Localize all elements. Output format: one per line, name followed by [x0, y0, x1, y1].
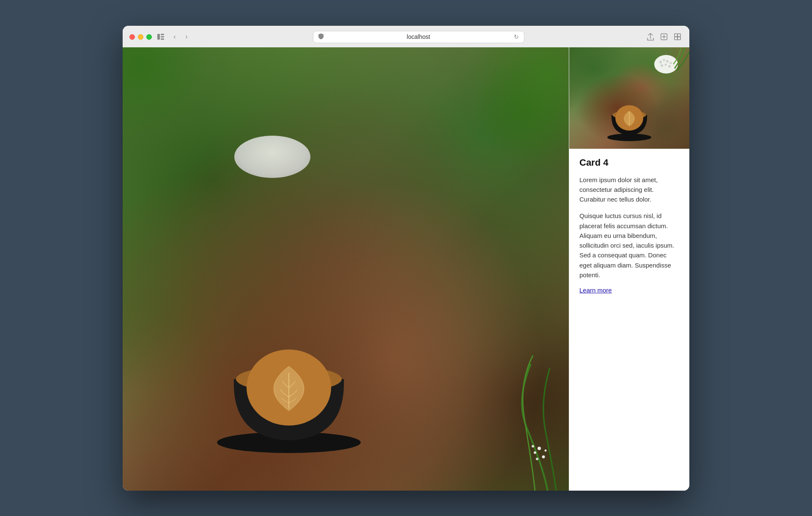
card-body: Card 4 Lorem ipsum dolor sit amet, conse…	[569, 149, 689, 305]
maximize-button[interactable]	[146, 34, 152, 40]
svg-rect-1	[161, 34, 164, 35]
address-bar-container: localhost ↻	[197, 31, 640, 43]
thumbnail-plant-svg	[656, 47, 689, 81]
svg-point-16	[534, 451, 536, 454]
card-paragraph-2: Quisque luctus cursus nisl, id placerat …	[579, 211, 679, 280]
main-image-area	[123, 47, 569, 491]
learn-more-link[interactable]: Learn more	[579, 287, 612, 294]
tab-overview-button[interactable]	[672, 32, 683, 42]
svg-rect-8	[678, 34, 680, 37]
thumbnail-cup-svg	[604, 92, 655, 142]
browser-actions	[645, 32, 683, 42]
svg-rect-10	[678, 37, 680, 40]
nav-buttons: ‹ ›	[170, 32, 192, 42]
svg-point-17	[542, 455, 545, 458]
browser-chrome: ‹ › localhost ↻	[123, 26, 689, 47]
security-icon	[318, 33, 324, 41]
browser-toolbar: ‹ › localhost ↻	[129, 31, 683, 47]
card-title: Card 4	[579, 157, 679, 168]
main-coffee-image	[123, 47, 569, 491]
card-sidebar: Card 4 Lorem ipsum dolor sit amet, conse…	[569, 47, 689, 491]
svg-point-18	[532, 445, 534, 448]
new-tab-button[interactable]	[659, 32, 669, 42]
address-bar[interactable]: localhost ↻	[313, 31, 524, 43]
minimize-button[interactable]	[138, 34, 143, 40]
white-bowl	[234, 136, 310, 178]
card-paragraph-1: Lorem ipsum dolor sit amet, consectetur …	[579, 175, 679, 205]
forward-button[interactable]: ›	[181, 32, 192, 42]
back-button[interactable]: ‹	[170, 32, 180, 42]
sidebar-toggle-icon[interactable]	[157, 33, 165, 41]
plant-stems-svg	[484, 322, 569, 491]
close-button[interactable]	[129, 34, 135, 40]
svg-rect-0	[157, 34, 160, 40]
traffic-lights	[129, 34, 152, 40]
page-content: Card 4 Lorem ipsum dolor sit amet, conse…	[123, 47, 689, 491]
coffee-cup-svg	[208, 303, 369, 455]
reload-button[interactable]: ↻	[514, 33, 519, 40]
greenery-top-left	[123, 47, 207, 132]
svg-point-19	[545, 449, 547, 451]
svg-rect-3	[161, 38, 164, 40]
card-thumbnail	[569, 47, 689, 149]
svg-point-20	[536, 458, 538, 460]
browser-window: ‹ › localhost ↻	[123, 26, 689, 491]
greenery-top-right	[463, 47, 569, 174]
browser-content: Card 4 Lorem ipsum dolor sit amet, conse…	[123, 47, 689, 491]
share-button[interactable]	[645, 32, 656, 42]
svg-rect-9	[675, 37, 678, 40]
url-text: localhost	[327, 33, 510, 40]
svg-rect-2	[161, 36, 164, 38]
svg-rect-7	[675, 34, 678, 37]
svg-point-15	[538, 447, 541, 450]
